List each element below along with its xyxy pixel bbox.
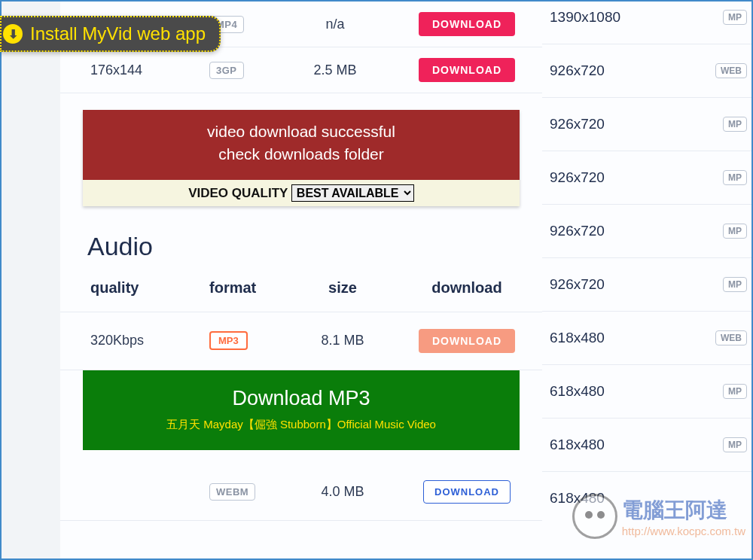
download-button[interactable]: DOWNLOAD [419, 329, 515, 353]
audio-size: 8.1 MB [294, 312, 392, 370]
audio-header-format: format [203, 264, 294, 312]
format-badge: WEBM [209, 483, 255, 501]
format-badge: MP [723, 170, 747, 185]
audio-section-title: Audio [60, 206, 542, 264]
format-badge: MP [723, 277, 747, 292]
audio-header-size: size [294, 264, 392, 312]
video-quality-label: VIDEO QUALITY [188, 186, 288, 200]
table-row: 926x720 MP [542, 258, 751, 312]
video-quality: 926x720 [550, 62, 605, 79]
video-quality: 1390x1080 [550, 9, 620, 26]
table-row: 926x720 MP [542, 205, 751, 258]
install-icon: ⬇ [3, 24, 23, 44]
audio-format-table: quality format size download 320Kbps MP3… [60, 264, 542, 370]
format-badge: WEB [715, 330, 747, 345]
video-size: 2.5 MB [279, 47, 392, 93]
audio-quality: 320Kbps [60, 312, 203, 370]
install-app-badge[interactable]: ⬇ Install MyVid web app [0, 16, 221, 52]
video-quality: 926x720 [550, 276, 605, 293]
video-quality: 176x144 [60, 47, 203, 93]
audio-header-download: download [392, 264, 542, 312]
right-formats-column: 1390x1080 MP 926x720 WEB 926x720 MP 926x… [542, 2, 751, 558]
video-quality: 618x480 [550, 330, 605, 346]
mp3-promo-subtitle: 五月天 Mayday【倔強 Stubborn】Official Music Vi… [90, 418, 512, 432]
table-row: WEBM 4.0 MB DOWNLOAD [60, 464, 542, 521]
table-row: 618x480 MP [542, 418, 751, 472]
format-badge: WEB [715, 63, 747, 78]
video-quality: 926x720 [550, 223, 605, 239]
video-size: n/a [279, 2, 392, 47]
video-quality: 618x480 [550, 437, 605, 453]
video-quality: 618x480 [550, 383, 605, 400]
table-row: 1390x1080 MP [542, 2, 751, 44]
download-success-banner: video download successful check download… [83, 110, 520, 206]
mp3-promo-title: Download MP3 [90, 387, 512, 410]
format-badge: MP [723, 10, 747, 25]
video-quality: 926x720 [550, 169, 605, 186]
download-button[interactable]: DOWNLOAD [419, 12, 515, 36]
watermark-title: 電腦王阿達 [622, 496, 745, 525]
table-row: 320Kbps MP3 8.1 MB DOWNLOAD [60, 312, 542, 370]
format-badge: MP [723, 117, 747, 132]
download-button[interactable]: DOWNLOAD [419, 58, 515, 82]
table-row: 618x480 WEB [542, 312, 751, 365]
table-row: 176x144 3GP 2.5 MB DOWNLOAD [60, 47, 542, 93]
table-row: 926x720 MP [542, 98, 751, 151]
install-app-label: Install MyVid web app [30, 23, 206, 44]
format-badge: MP [723, 437, 747, 452]
audio-header-quality: quality [60, 264, 203, 312]
table-row: 618x480 MP [542, 365, 751, 418]
format-badge: 3GP [209, 62, 244, 79]
table-row: 926x720 MP [542, 151, 751, 205]
download-mp3-promo[interactable]: Download MP3 五月天 Mayday【倔強 Stubborn】Offi… [83, 370, 520, 450]
file-size: 4.0 MB [294, 464, 392, 521]
success-line-2: check downloads folder [90, 143, 512, 166]
watermark-url: http://www.kocpc.com.tw [622, 525, 745, 537]
format-badge: MP [723, 224, 747, 239]
watermark-face-icon [572, 494, 617, 539]
format-badge-mp3: MP3 [209, 331, 248, 350]
table-row: 926x720 WEB [542, 44, 751, 98]
format-badge: MP [723, 384, 747, 399]
success-line-1: video download successful [90, 120, 512, 143]
site-watermark: 電腦王阿達 http://www.kocpc.com.tw [572, 494, 745, 539]
download-button-outline[interactable]: DOWNLOAD [423, 480, 511, 504]
video-quality-select[interactable]: BEST AVAILABLE [291, 184, 414, 202]
extra-format-table: WEBM 4.0 MB DOWNLOAD [60, 464, 542, 521]
video-quality: 926x720 [550, 116, 605, 132]
